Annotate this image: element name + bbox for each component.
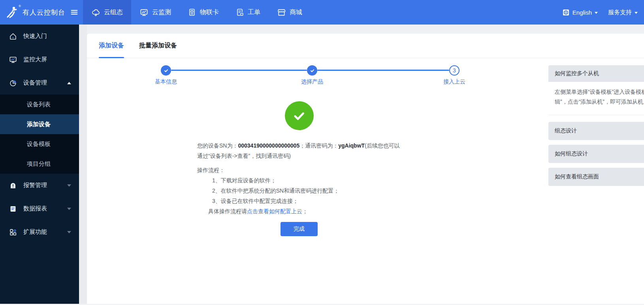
nav-item-iot-card[interactable]: 物联卡	[179, 0, 227, 25]
step-done-circle	[161, 65, 171, 76]
monitor-chart-icon	[139, 8, 149, 17]
step-basic-info: 基本信息	[140, 65, 192, 85]
sidebar-item-monitor-screen[interactable]: 监控大屏	[0, 48, 79, 71]
sidebar-item-extended-functions[interactable]: 扩展功能	[0, 220, 79, 244]
password-label: ；通讯密码为：	[299, 142, 338, 149]
sidebar-item-project-group[interactable]: 项目分组	[0, 154, 79, 174]
help-section-view-scada[interactable]: 如何查看组态画面	[548, 168, 644, 186]
flow-step: 1、下载对应设备的软件；	[197, 175, 401, 186]
submenu-item-label: 项目分组	[27, 160, 51, 168]
step-label: 接入上云	[443, 78, 465, 85]
topbar: ® 有人云控制台 云组态 云监测	[0, 0, 644, 25]
sidebar-item-add-device[interactable]: 添加设备	[0, 114, 79, 134]
chevron-down-icon	[67, 184, 71, 187]
nav-item-cloud-monitoring[interactable]: 云监测	[131, 0, 179, 25]
language-switcher[interactable]: English	[562, 9, 598, 16]
sidebar-item-label: 数据报表	[23, 205, 47, 212]
chevron-down-icon	[595, 12, 598, 14]
flow-more-line: 具体操作流程请点击查看如何配置上云；	[197, 206, 401, 216]
sidebar-item-quick-start[interactable]: 快速入门	[0, 25, 79, 48]
help-section-body: 左侧菜单选择“设备模板”进入设备模板编 辑”，点击“添加从机”，即可添加从机。	[548, 82, 644, 115]
help-section-multi-slave[interactable]: 如何监控多个从机	[548, 65, 644, 82]
alarm-bell-icon	[9, 181, 17, 190]
sidebar-item-alarm-management[interactable]: 报警管理	[0, 174, 79, 197]
sidebar-item-device-management[interactable]: 设备管理	[0, 71, 79, 95]
operation-flow: 操作流程： 1、下载对应设备的软件； 2、在软件中把系统分配的SN和通讯密码进行…	[197, 165, 401, 216]
tab-label: 批量添加设备	[139, 42, 177, 50]
registered-mark: ®	[19, 4, 21, 8]
nav-item-cloud-scada[interactable]: 云组态	[83, 0, 131, 25]
step-done-circle	[307, 65, 317, 76]
chevron-up-icon	[67, 82, 71, 84]
wizard-stepper: 基本信息 选择产品 3 接入上云	[87, 59, 511, 88]
topbar-right: English 服务支持	[562, 0, 644, 25]
nav-item-label: 云组态	[104, 8, 123, 17]
language-label: English	[572, 9, 592, 16]
device-management-submenu: 设备列表 添加设备 设备模板 项目分组	[0, 95, 79, 174]
sidebar-item-label: 扩展功能	[23, 228, 47, 236]
tab-add-device[interactable]: 添加设备	[99, 34, 124, 58]
page: { "topbar": { "logo_title": "有人云控制台", "l…	[0, 0, 644, 305]
step-current-circle: 3	[449, 65, 459, 76]
console-title: 有人云控制台	[23, 8, 65, 17]
sim-card-icon	[188, 8, 196, 17]
big-screen-icon	[9, 55, 17, 64]
sidebar-item-label: 监控大屏	[23, 56, 47, 63]
sidebar-item-label: 报警管理	[23, 182, 47, 189]
sidebar-item-label: 快速入门	[23, 32, 47, 40]
nav-item-label: 工单	[248, 8, 260, 17]
done-button[interactable]: 完成	[281, 222, 318, 236]
service-support-menu[interactable]: 服务支持	[608, 9, 638, 16]
cloud-icon	[91, 8, 100, 17]
globe-icon	[562, 9, 570, 16]
step-label: 基本信息	[155, 78, 177, 85]
wizard-column: 基本信息 选择产品 3 接入上云 您的设备SN为：000341900000000…	[87, 59, 511, 236]
sn-label: 您的设备SN为：	[197, 142, 238, 149]
submenu-item-label: 添加设备	[27, 121, 51, 128]
support-label: 服务支持	[608, 9, 632, 16]
chevron-down-icon	[67, 231, 71, 233]
work-order-icon	[235, 8, 244, 17]
storefront-icon	[277, 8, 286, 17]
sn-value: 00034190000000000005	[238, 142, 299, 149]
password-value: ygAiqbwT	[338, 142, 365, 149]
add-device-card: 添加设备 批量添加设备 基本信息	[87, 34, 644, 305]
content-area: 添加设备 批量添加设备 基本信息	[87, 25, 644, 305]
help-panel: 如何监控多个从机 左侧菜单选择“设备模板”进入设备模板编 辑”，点击“添加从机”…	[548, 65, 644, 191]
success-check-icon	[285, 101, 314, 130]
nav-item-label: 云监测	[152, 8, 171, 17]
device-credentials-text: 您的设备SN为：00034190000000000005；通讯密码为：ygAiq…	[197, 140, 401, 161]
apps-grid-icon	[9, 228, 17, 237]
pie-chart-icon	[9, 79, 17, 87]
nav-item-label: 商城	[290, 8, 302, 17]
tab-bar: 添加设备 批量添加设备	[87, 34, 644, 58]
sidebar: 快速入门 监控大屏 设备管理 设备列表 添加设备 设备模板	[0, 25, 79, 305]
flow-step: 3、设备已在软件中配置完成连接；	[197, 196, 401, 206]
chevron-down-icon	[67, 208, 71, 210]
sidebar-item-device-list[interactable]: 设备列表	[0, 95, 79, 114]
nav-item-mall[interactable]: 商城	[269, 0, 311, 25]
help-section-scada-design[interactable]: 组态设计	[548, 122, 644, 140]
step-select-product: 选择产品	[286, 65, 338, 85]
help-section-how-to-design[interactable]: 如何组态设计	[548, 145, 644, 163]
submenu-item-label: 设备模板	[27, 140, 51, 148]
tab-batch-add-device[interactable]: 批量添加设备	[139, 34, 177, 58]
sidebar-item-device-template[interactable]: 设备模板	[0, 134, 79, 154]
submenu-item-label: 设备列表	[27, 101, 51, 108]
home-icon	[9, 32, 17, 41]
tab-label: 添加设备	[99, 42, 124, 50]
step-connect-cloud: 3 接入上云	[429, 65, 480, 85]
more-prefix: 具体操作流程请	[208, 208, 247, 214]
nav-item-label: 物联卡	[200, 8, 219, 17]
flow-step: 2、在软件中把系统分配的SN和通讯密码进行配置；	[197, 186, 401, 196]
brand[interactable]: ® 有人云控制台	[0, 0, 79, 25]
flow-title: 操作流程：	[197, 165, 401, 175]
config-guide-link[interactable]: 点击查看如何配置上云	[247, 208, 302, 214]
step-label: 选择产品	[301, 78, 323, 85]
chevron-down-icon	[635, 12, 638, 14]
usr-logo-icon: ®	[5, 6, 19, 19]
hamburger-menu-icon[interactable]	[70, 8, 79, 17]
sidebar-item-data-report[interactable]: 数据报表	[0, 197, 79, 220]
more-suffix: ；	[302, 208, 308, 214]
nav-item-work-order[interactable]: 工单	[227, 0, 269, 25]
